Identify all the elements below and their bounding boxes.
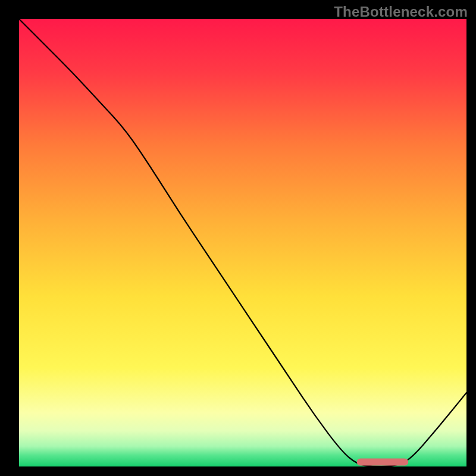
plot-area — [19, 19, 466, 466]
bottleneck-curve — [19, 19, 466, 466]
optimal-marker — [357, 458, 408, 465]
watermark-label: TheBottleneck.com — [334, 4, 468, 20]
curve-layer — [19, 19, 466, 466]
chart-frame: TheBottleneck.com — [0, 0, 476, 476]
